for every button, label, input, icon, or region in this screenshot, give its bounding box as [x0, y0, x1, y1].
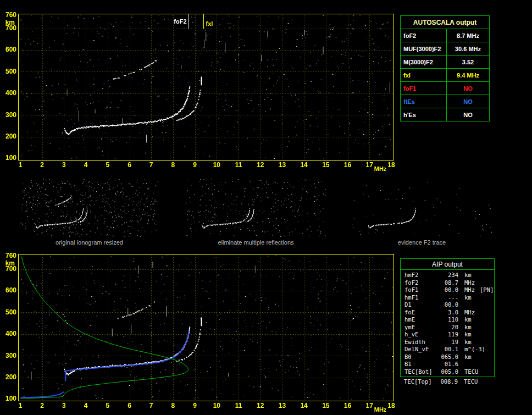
aip-row: Ewidth19km	[401, 339, 494, 346]
panel-caption-f2trace: evidence F2 trace	[352, 239, 492, 246]
autoscala-param-value: 9.4 MHz	[447, 69, 490, 82]
aip-param-value: ---	[439, 294, 458, 302]
aip-param-unit: km	[458, 272, 472, 279]
aip-param-note: [PN]	[475, 286, 494, 294]
autoscala-param-name: MUF(3000)F2	[401, 42, 447, 56]
aip-param-name: foE	[404, 309, 439, 317]
aip-param-name: hmF2	[404, 272, 439, 279]
autoscala-param-value: NO	[447, 82, 490, 95]
aip-param-name: foF1	[404, 286, 439, 294]
aip-param-value: 234	[439, 272, 458, 279]
aip-param-name: D1	[404, 301, 439, 309]
autoscala-row: M(3000)F23.52	[401, 56, 490, 69]
autoscala-param-value: 30.6 MHz	[447, 42, 490, 56]
aip-param-unit: TECU	[458, 368, 478, 376]
aip-param-name: TEC[Top]	[404, 378, 438, 386]
aip-param-unit: TECU	[458, 378, 478, 386]
autoscala-row: fxI9.4 MHz	[401, 69, 490, 82]
aip-param-name: Ewidth	[404, 339, 439, 346]
aip-param-value: 00.0	[439, 286, 458, 294]
autoscala-row: MUF(3000)F230.6 MHz	[401, 42, 490, 56]
original-ionogram-panel	[19, 179, 159, 237]
aip-param-name: hmE	[404, 316, 439, 324]
aip-param-value: 01.6	[439, 361, 458, 368]
f2-trace-panel	[352, 179, 492, 237]
aip-param-value: 119	[439, 331, 458, 339]
aip-param-unit: MHz	[458, 309, 475, 317]
aip-row: TEC[Bot]005.0TECU	[401, 368, 494, 376]
aip-param-unit: MHz	[458, 279, 475, 287]
autoscala-param-name: M(3000)F2	[401, 56, 447, 69]
aip-row: B101.6	[401, 361, 494, 368]
aip-param-value: 00.1	[439, 346, 458, 353]
aip-row-tec-top: TEC[Top] 008.9 TECU	[400, 378, 495, 386]
aip-param-name: TEC[Bot]	[404, 368, 439, 376]
filtered-ionogram-panel	[186, 179, 326, 237]
aip-param-value: 08.7	[439, 279, 458, 287]
panel-caption-filtered: eliminate multiple reflections	[186, 239, 326, 246]
panel-caption-original: original ionogram resized	[19, 239, 159, 246]
aip-row: foE3.0MHz	[401, 309, 494, 317]
aip-table-rows: hmF2234kmfoF208.7MHzfoF100.0MHz[PN]hmF1-…	[401, 272, 494, 375]
autoscala-param-name: fxI	[401, 69, 447, 82]
aip-table-title: AIP output	[401, 259, 494, 270]
aip-row: ymE20km	[401, 324, 494, 331]
autoscala-row: foF1NO	[401, 82, 490, 95]
aip-param-name: B1	[404, 361, 439, 368]
autoscala-param-name: h'Es	[401, 108, 447, 121]
aip-param-value: 110	[439, 316, 458, 324]
aip-param-unit: km	[458, 353, 472, 361]
autoscala-app: Rome (lat: +41.8, lon: 012.5) - DATE: 20…	[0, 0, 532, 415]
aip-row: B0065.0km	[401, 353, 494, 361]
aip-param-unit	[458, 301, 464, 309]
aip-row: h_vE119km	[401, 331, 494, 339]
aip-param-unit: km	[458, 324, 472, 331]
autoscala-table-body: foF28.7 MHzMUF(3000)F230.6 MHzM(3000)F23…	[401, 29, 490, 121]
autoscala-param-value: 8.7 MHz	[447, 29, 490, 42]
autoscala-row: ftEsNO	[401, 95, 490, 108]
aip-param-value: 20	[439, 324, 458, 331]
aip-row: hmF2234km	[401, 272, 494, 279]
aip-param-unit: m^(-3)	[458, 346, 485, 353]
aip-param-unit: km	[458, 339, 472, 346]
autoscala-param-value: 3.52	[447, 56, 490, 69]
aip-param-name: hmF1	[404, 294, 439, 302]
aip-row: foF100.0MHz[PN]	[401, 286, 494, 294]
aip-row: foF208.7MHz	[401, 279, 494, 287]
aip-param-value: 19	[439, 339, 458, 346]
autoscala-table-header: AUTOSCALA output	[401, 16, 490, 29]
aip-param-name: ymE	[404, 324, 439, 331]
aip-param-name: foF2	[404, 279, 439, 287]
aip-param-value: 065.0	[439, 353, 458, 361]
aip-param-unit: km	[458, 331, 472, 339]
aip-row: DelN_vE00.1m^(-3)	[401, 346, 494, 353]
aip-param-value: 3.0	[439, 309, 458, 317]
aip-output-box: AIP output hmF2234kmfoF208.7MHzfoF100.0M…	[400, 258, 495, 377]
aip-param-unit: km	[458, 294, 472, 302]
autoscala-param-value: NO	[447, 108, 490, 121]
aip-param-value: 00.0	[439, 301, 458, 309]
aip-output-panel: AIP output hmF2234kmfoF208.7MHzfoF100.0M…	[400, 258, 495, 386]
aip-param-name: B0	[404, 353, 439, 361]
aip-param-name: h_vE	[404, 331, 439, 339]
aip-param-name: DelN_vE	[404, 346, 439, 353]
aip-param-unit: MHz	[458, 286, 475, 294]
autoscala-table-title: AUTOSCALA output	[401, 16, 490, 29]
aip-row: hmF1---km	[401, 294, 494, 302]
aip-row: D100.0	[401, 301, 494, 309]
autoscala-param-name: foF2	[401, 29, 447, 42]
aip-param-unit: km	[458, 316, 472, 324]
aip-row: hmE110km	[401, 316, 494, 324]
autoscala-output-table: AUTOSCALA output foF28.7 MHzMUF(3000)F23…	[400, 15, 490, 121]
ionogram-canvas	[0, 0, 400, 175]
aip-param-value: 008.9	[438, 378, 458, 386]
autoscala-param-name: foF1	[401, 82, 447, 95]
aip-param-value: 005.0	[439, 368, 458, 376]
autoscala-param-value: NO	[447, 95, 490, 108]
aip-param-unit	[458, 361, 464, 368]
profile-ionogram-canvas	[0, 250, 400, 415]
autoscala-param-name: ftEs	[401, 95, 447, 108]
autoscala-row: foF28.7 MHz	[401, 29, 490, 42]
autoscala-row: h'EsNO	[401, 108, 490, 121]
